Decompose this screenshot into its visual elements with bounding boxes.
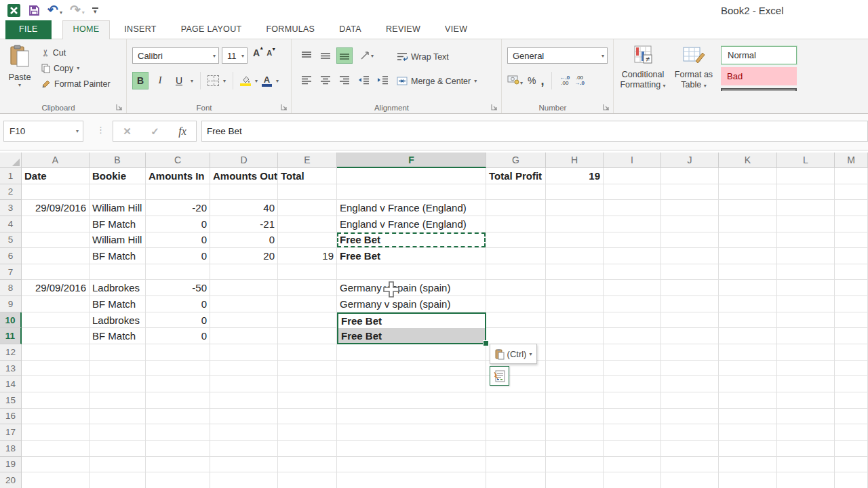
number-format-select[interactable]: General▾ xyxy=(507,47,608,64)
row-header-14[interactable]: 14 xyxy=(0,376,22,392)
tab-page-layout[interactable]: PAGE LAYOUT xyxy=(171,20,252,39)
align-top-button[interactable] xyxy=(298,47,315,64)
cell-E1[interactable]: Total xyxy=(278,168,337,184)
cell-L1[interactable] xyxy=(777,168,835,184)
cell-J6[interactable] xyxy=(661,248,719,264)
increase-indent-button[interactable] xyxy=(374,72,391,88)
row-header-7[interactable]: 7 xyxy=(0,264,22,281)
row-header-19[interactable]: 19 xyxy=(0,457,22,473)
cell-G8[interactable] xyxy=(486,280,546,296)
cell-H1[interactable]: 19 xyxy=(546,168,604,184)
cell-H6[interactable] xyxy=(546,248,604,264)
cell-M18[interactable] xyxy=(835,441,868,457)
cell-G2[interactable] xyxy=(486,184,546,201)
cell-I19[interactable] xyxy=(604,457,661,473)
enter-button[interactable]: ✓ xyxy=(151,125,159,138)
tab-home[interactable]: HOME xyxy=(62,20,111,40)
cell-J4[interactable] xyxy=(661,216,719,232)
cell-A11[interactable] xyxy=(22,328,90,344)
cell-H14[interactable] xyxy=(546,376,604,392)
cell-style-normal[interactable]: Normal xyxy=(721,46,797,64)
cell-L14[interactable] xyxy=(777,376,835,392)
cell-I18[interactable] xyxy=(604,441,661,457)
column-header-I[interactable]: I xyxy=(604,152,661,168)
cell-C17[interactable] xyxy=(146,424,210,441)
cell-L17[interactable] xyxy=(777,424,835,441)
cell-I2[interactable] xyxy=(604,184,661,201)
cell-G1[interactable]: Total Profit xyxy=(486,168,546,184)
cell-M3[interactable] xyxy=(835,200,868,216)
cell-I13[interactable] xyxy=(604,361,661,377)
paste-options-button[interactable]: (Ctrl) ▾ xyxy=(490,344,537,364)
row-header-11[interactable]: 11 xyxy=(0,328,22,344)
percent-style-button[interactable]: % xyxy=(528,75,536,86)
cell-I16[interactable] xyxy=(604,409,661,425)
cell-F9[interactable]: Germany v spain (spain) xyxy=(337,296,486,312)
cell-I17[interactable] xyxy=(604,424,661,441)
paste-formatting-option[interactable] xyxy=(490,366,509,386)
cell-E5[interactable] xyxy=(278,232,337,249)
cell-E12[interactable] xyxy=(278,344,337,361)
cell-K17[interactable] xyxy=(719,424,777,441)
cell-I9[interactable] xyxy=(604,296,661,312)
cell-F17[interactable] xyxy=(337,424,486,441)
tab-formulas[interactable]: FORMULAS xyxy=(256,20,325,39)
italic-button[interactable]: I xyxy=(153,73,167,89)
decrease-indent-button[interactable] xyxy=(355,72,372,88)
cell-B20[interactable] xyxy=(90,472,146,488)
align-left-button[interactable] xyxy=(298,72,315,88)
undo-button[interactable]: ↶▾ xyxy=(47,3,62,17)
cell-E2[interactable] xyxy=(278,184,337,201)
decrease-decimal-button[interactable]: .00→.0 xyxy=(574,75,585,86)
cell-B5[interactable]: William Hill xyxy=(90,232,146,249)
cell-D18[interactable] xyxy=(210,441,278,457)
cell-A7[interactable] xyxy=(22,264,90,281)
cell-L10[interactable] xyxy=(777,312,835,329)
row-header-16[interactable]: 16 xyxy=(0,409,22,425)
cell-D12[interactable] xyxy=(210,344,278,361)
customize-qat-button[interactable]: ▾ xyxy=(92,7,98,14)
cell-F8[interactable]: Germany v spain (spain) xyxy=(337,280,486,296)
cell-M14[interactable] xyxy=(835,376,868,392)
cell-D15[interactable] xyxy=(210,392,278,409)
fill-color-dropdown[interactable]: ▾ xyxy=(255,78,258,84)
cell-K12[interactable] xyxy=(719,344,777,361)
cell-M10[interactable] xyxy=(835,312,868,329)
cell-M4[interactable] xyxy=(835,216,868,232)
cell-C12[interactable] xyxy=(146,344,210,361)
cell-F7[interactable] xyxy=(337,264,486,281)
column-header-A[interactable]: A xyxy=(22,152,90,168)
cell-B10[interactable]: Ladbrokes xyxy=(90,312,146,329)
cell-I14[interactable] xyxy=(604,376,661,392)
cell-F15[interactable] xyxy=(337,392,486,409)
cell-F2[interactable] xyxy=(337,184,486,201)
cell-M2[interactable] xyxy=(835,184,868,201)
cell-C15[interactable] xyxy=(146,392,210,409)
cell-K5[interactable] xyxy=(719,232,777,249)
cell-J20[interactable] xyxy=(661,472,719,488)
column-header-G[interactable]: G xyxy=(486,152,546,168)
font-size-select[interactable]: 11▾ xyxy=(222,47,248,64)
cell-B13[interactable] xyxy=(90,361,146,377)
align-bottom-button[interactable] xyxy=(336,47,353,64)
cell-H2[interactable] xyxy=(546,184,604,201)
row-header-18[interactable]: 18 xyxy=(0,441,22,457)
cell-G18[interactable] xyxy=(486,441,546,457)
cell-C11[interactable]: 0 xyxy=(146,328,210,344)
cell-M17[interactable] xyxy=(835,424,868,441)
cell-B15[interactable] xyxy=(90,392,146,409)
cell-A5[interactable] xyxy=(22,232,90,249)
cell-B9[interactable]: BF Match xyxy=(90,296,146,312)
cell-C20[interactable] xyxy=(146,472,210,488)
cell-I11[interactable] xyxy=(604,328,661,344)
cell-E19[interactable] xyxy=(278,457,337,473)
cell-H15[interactable] xyxy=(546,392,604,409)
paste-button[interactable]: Paste ▾ xyxy=(4,45,35,107)
fill-color-button[interactable] xyxy=(240,75,251,86)
cell-J3[interactable] xyxy=(661,200,719,216)
cell-E6[interactable]: 19 xyxy=(278,248,337,264)
cell-D14[interactable] xyxy=(210,376,278,392)
name-box[interactable]: F10 ▾ xyxy=(3,121,83,142)
increase-font-size-button[interactable]: A▲ xyxy=(253,47,260,58)
increase-decimal-button[interactable]: ←.0.00 xyxy=(559,75,570,86)
